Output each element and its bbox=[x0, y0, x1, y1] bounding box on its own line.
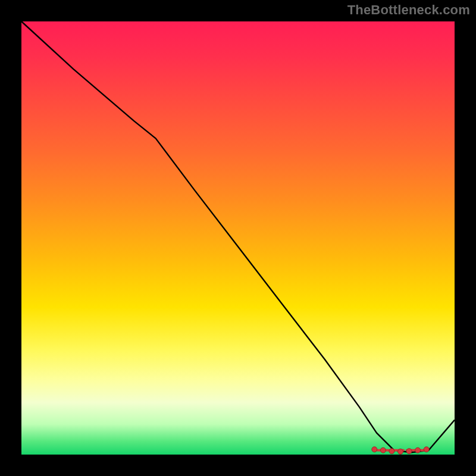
marker-dot bbox=[406, 449, 412, 454]
marker-dot bbox=[380, 447, 386, 453]
chart-stage: TheBottleneck.com bbox=[0, 0, 476, 476]
marker-dot bbox=[389, 449, 394, 454]
marker-dot bbox=[415, 447, 421, 453]
watermark-text: TheBottleneck.com bbox=[347, 2, 470, 18]
marker-dots bbox=[372, 447, 429, 455]
data-curve bbox=[21, 21, 455, 452]
marker-dot bbox=[398, 449, 403, 454]
marker-dot bbox=[372, 447, 377, 452]
plot-area bbox=[21, 21, 455, 455]
marker-dot bbox=[424, 447, 429, 452]
chart-overlay bbox=[21, 21, 455, 455]
